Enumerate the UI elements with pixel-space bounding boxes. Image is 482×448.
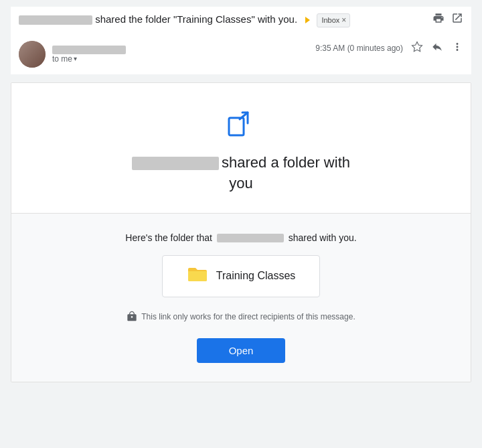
folder-name: Training Classes	[216, 270, 296, 282]
more-options-icon[interactable]	[451, 41, 463, 56]
reply-icon[interactable]	[431, 41, 443, 56]
email-time: 9:35 AM (0 minutes ago)	[315, 44, 403, 53]
inbox-tag[interactable]: Inbox ×	[317, 13, 350, 27]
here-name-redacted	[217, 234, 284, 242]
inbox-tag-label: Inbox	[321, 15, 339, 25]
subject-text: shared the folder "Training Classes" wit…	[19, 12, 426, 27]
sender-name-redacted	[52, 46, 126, 54]
subject-body: shared the folder "Training Classes" wit…	[95, 13, 297, 25]
avatar-image	[19, 41, 46, 68]
folder-icon	[187, 265, 208, 287]
star-icon[interactable]	[411, 41, 423, 56]
email-body-title: shared a folder with you	[132, 153, 350, 194]
email-body-bottom: Here's the folder that shared with you. …	[11, 214, 471, 382]
sender-name-row	[52, 46, 126, 54]
share-icon	[225, 107, 257, 139]
breadcrumb-arrow	[305, 13, 310, 25]
here-text-suffix: shared with you.	[289, 232, 357, 243]
subject-row: shared the folder "Training Classes" wit…	[19, 12, 463, 27]
folder-card[interactable]: Training Classes	[162, 255, 321, 297]
link-notice-text: This link only works for the direct reci…	[141, 312, 355, 321]
subject-actions	[432, 12, 463, 27]
body-title-name-redacted	[132, 157, 219, 170]
sender-name-redacted-subject	[19, 15, 92, 25]
sender-row: to me ▾ 9:35 AM (0 minutes ago)	[11, 37, 471, 74]
share-icon-wrap	[225, 107, 257, 142]
avatar	[19, 41, 46, 68]
open-button[interactable]: Open	[197, 338, 286, 363]
to-me-row[interactable]: to me ▾	[52, 54, 126, 64]
email-header: shared the folder "Training Classes" wit…	[11, 7, 471, 37]
lock-icon	[127, 311, 137, 323]
open-external-icon[interactable]	[451, 12, 463, 27]
link-notice: This link only works for the direct reci…	[127, 311, 355, 323]
sender-info: to me ▾	[52, 46, 126, 64]
email-body-top: shared a folder with you	[11, 83, 471, 214]
to-me-chevron: ▾	[74, 55, 77, 62]
body-title-line2: you	[229, 175, 252, 192]
here-text: Here's the folder that shared with you.	[125, 232, 356, 243]
sender-right: 9:35 AM (0 minutes ago)	[315, 41, 463, 56]
to-me-label: to me	[52, 54, 72, 64]
sender-left: to me ▾	[19, 41, 126, 68]
print-icon[interactable]	[432, 12, 445, 27]
here-text-prefix: Here's the folder that	[125, 232, 212, 243]
body-title-text: shared a folder with	[222, 154, 350, 171]
svg-rect-0	[229, 118, 244, 135]
inbox-tag-close[interactable]: ×	[341, 15, 346, 26]
email-body: shared a folder with you Here's the fold…	[11, 82, 471, 382]
